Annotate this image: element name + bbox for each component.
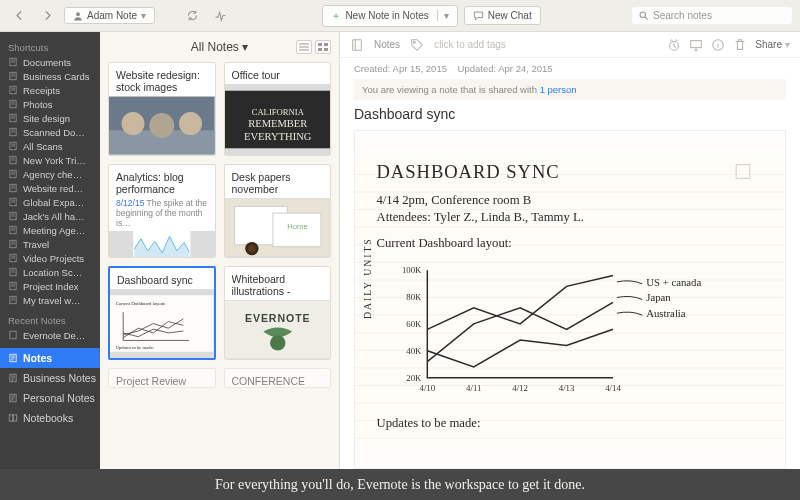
sidebar-nav-notes[interactable]: Notes <box>0 348 100 368</box>
note-detail: Notes click to add tags Share ▾ Created:… <box>340 32 800 469</box>
tags-placeholder[interactable]: click to add tags <box>434 39 506 50</box>
sidebar-shortcut[interactable]: Business Cards <box>0 69 100 83</box>
card-title: Desk papers november <box>232 171 324 195</box>
share-button[interactable]: Share ▾ <box>755 39 790 50</box>
svg-text:Updates to be made:: Updates to be made: <box>116 345 154 350</box>
reminder-icon[interactable] <box>667 38 681 52</box>
svg-text:Current Dashboard layout:: Current Dashboard layout: <box>116 301 166 306</box>
notebook-icon <box>350 38 364 52</box>
svg-text:Current Dashboard layout:: Current Dashboard layout: <box>377 236 512 250</box>
svg-point-46 <box>248 245 256 253</box>
note-card[interactable]: Desk papers novemberHome <box>224 164 332 258</box>
svg-rect-28 <box>318 48 322 51</box>
shared-link[interactable]: 1 person <box>540 84 577 95</box>
notelist: All Notes ▾ Website redesign: stock imag… <box>100 32 340 469</box>
svg-text:US + canada: US + canada <box>646 276 701 288</box>
new-chat-label: New Chat <box>488 10 532 21</box>
note-card[interactable]: CONFERENCE <box>224 368 332 388</box>
note-card[interactable]: Whiteboard illustrations - Carlos…EVERNO… <box>224 266 332 360</box>
sidebar-recent[interactable]: Evernote De… <box>0 328 100 342</box>
sidebar-nav-business-notes[interactable]: Business Notes <box>0 368 100 388</box>
note-card[interactable]: Analytics: blog performance Nove…8/12/15… <box>108 164 216 258</box>
sidebar-shortcut[interactable]: All Scans <box>0 139 100 153</box>
account-name: Adam Note <box>87 10 137 21</box>
activity-icon[interactable] <box>209 6 231 26</box>
app-toolbar: Adam Note ▾ ＋New Note in Notes▾ New Chat… <box>0 0 800 32</box>
card-thumbnail <box>109 231 215 257</box>
sidebar: Shortcuts DocumentsBusiness CardsReceipt… <box>0 32 100 469</box>
sidebar-shortcut[interactable]: Documents <box>0 55 100 69</box>
svg-text:Attendees: Tyler Z., Linda B.,: Attendees: Tyler Z., Linda B., Tammy L. <box>377 210 584 224</box>
svg-text:4/11: 4/11 <box>466 383 481 393</box>
sidebar-nav-notebooks[interactable]: Notebooks <box>0 408 100 428</box>
view-list-icon[interactable] <box>296 40 312 54</box>
sidebar-shortcut[interactable]: Project Index <box>0 279 100 293</box>
svg-text:EVERYTHING: EVERYTHING <box>244 131 312 142</box>
trash-icon[interactable] <box>733 38 747 52</box>
card-thumbnail: Current Dashboard layout:Updates to be m… <box>110 289 214 358</box>
sidebar-shortcut[interactable]: Meeting Age… <box>0 223 100 237</box>
svg-text:60K: 60K <box>406 319 422 329</box>
svg-text:Updates to be made:: Updates to be made: <box>377 416 481 430</box>
svg-text:CALIFORNIA: CALIFORNIA <box>251 107 304 117</box>
sidebar-shortcut[interactable]: My travel w… <box>0 293 100 307</box>
svg-point-34 <box>179 112 202 135</box>
sidebar-shortcut[interactable]: Travel <box>0 237 100 251</box>
sidebar-shortcut[interactable]: Jack's All ha… <box>0 209 100 223</box>
svg-point-52 <box>270 335 285 350</box>
account-menu[interactable]: Adam Note ▾ <box>64 7 155 24</box>
sidebar-shortcut[interactable]: Scanned Do… <box>0 125 100 139</box>
svg-text:DASHBOARD SYNC: DASHBOARD SYNC <box>377 161 560 182</box>
sidebar-shortcut[interactable]: Photos <box>0 97 100 111</box>
svg-rect-20 <box>10 331 16 339</box>
note-card[interactable]: Project Review <box>108 368 216 388</box>
sidebar-shortcut[interactable]: Location Sc… <box>0 265 100 279</box>
note-title[interactable]: Dashboard sync <box>340 106 800 126</box>
card-title: Whiteboard illustrations - Carlos… <box>232 273 324 297</box>
card-thumbnail: EVERNOTE <box>225 300 331 359</box>
sidebar-nav-personal-notes[interactable]: Personal Notes <box>0 388 100 408</box>
svg-point-32 <box>121 112 144 135</box>
sync-icon[interactable] <box>181 6 203 26</box>
search-input[interactable]: Search notes <box>632 7 792 24</box>
card-title: Website redesign: stock images <box>116 69 208 93</box>
note-card[interactable]: Website redesign: stock images <box>108 62 216 156</box>
svg-rect-25 <box>13 415 17 421</box>
svg-point-33 <box>149 113 174 138</box>
svg-rect-24 <box>9 415 13 421</box>
info-icon[interactable] <box>711 38 725 52</box>
note-card[interactable]: Office tourCALIFORNIAREMEMBEREVERYTHING <box>224 62 332 156</box>
card-title: Project Review <box>116 375 208 387</box>
forward-button[interactable] <box>36 6 58 26</box>
svg-text:REMEMBER: REMEMBER <box>248 118 308 129</box>
present-icon[interactable] <box>689 38 703 52</box>
note-card[interactable]: Dashboard syncCurrent Dashboard layout:U… <box>108 266 216 360</box>
svg-text:4/13: 4/13 <box>559 383 575 393</box>
view-grid-icon[interactable] <box>315 40 331 54</box>
svg-text:80K: 80K <box>406 292 422 302</box>
notelist-title[interactable]: All Notes ▾ <box>191 40 248 54</box>
svg-text:Home: Home <box>287 222 307 231</box>
back-button[interactable] <box>8 6 30 26</box>
sidebar-shortcut[interactable]: Site design <box>0 111 100 125</box>
sidebar-shortcut[interactable]: Receipts <box>0 83 100 97</box>
svg-text:Australia: Australia <box>646 307 686 319</box>
card-thumbnail: Home <box>225 198 331 257</box>
sidebar-shortcut[interactable]: Agency che… <box>0 167 100 181</box>
new-note-button[interactable]: ＋New Note in Notes▾ <box>322 5 457 27</box>
sidebar-shortcut[interactable]: Global Expa… <box>0 195 100 209</box>
card-thumbnail: CALIFORNIAREMEMBEREVERYTHING <box>225 84 331 155</box>
breadcrumb[interactable]: Notes <box>374 39 400 50</box>
note-meta: Created: Apr 15, 2015 Updated: Apr 24, 2… <box>340 58 800 79</box>
new-chat-button[interactable]: New Chat <box>464 6 541 25</box>
svg-text:100K: 100K <box>402 265 422 275</box>
note-body[interactable]: DASHBOARD SYNC4/14 2pm, Conference room … <box>354 130 786 469</box>
svg-rect-27 <box>324 43 328 46</box>
card-title: CONFERENCE <box>232 375 324 387</box>
svg-rect-56 <box>691 40 702 47</box>
svg-text:4/14  2pm, Conference room B: 4/14 2pm, Conference room B <box>377 193 532 207</box>
svg-point-54 <box>414 41 416 43</box>
sidebar-shortcut[interactable]: New York Tri… <box>0 153 100 167</box>
sidebar-shortcut[interactable]: Website red… <box>0 181 100 195</box>
sidebar-shortcut[interactable]: Video Projects <box>0 251 100 265</box>
